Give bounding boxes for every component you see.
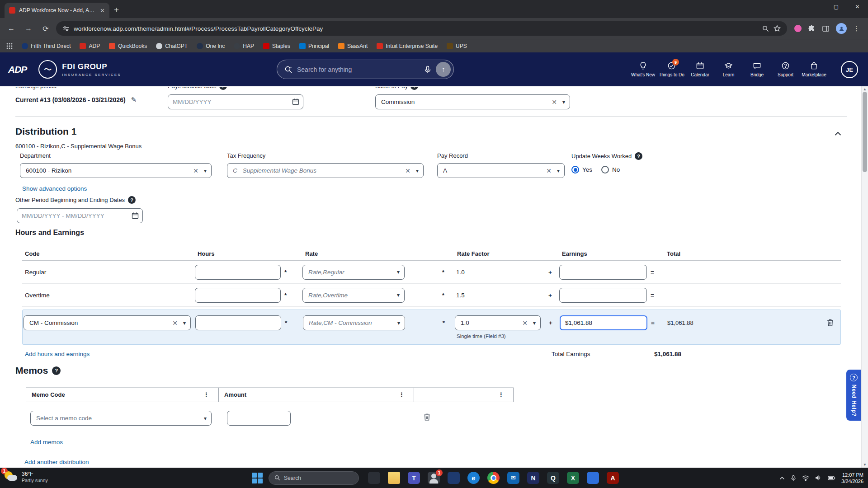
window-maximize-button[interactable]: ▢ <box>826 0 847 14</box>
help-icon[interactable]: ? <box>52 366 61 375</box>
regular-hours-input[interactable] <box>195 265 281 280</box>
taskbar-app-file-explorer[interactable] <box>388 472 400 484</box>
volume-icon[interactable] <box>815 475 822 481</box>
user-avatar[interactable]: JE <box>841 61 858 78</box>
microphone-icon[interactable] <box>424 66 431 74</box>
clear-icon[interactable]: ✕ <box>172 319 178 327</box>
global-search[interactable]: Search for anything ↑ <box>277 60 454 79</box>
bookmark-one-inc[interactable]: One Inc <box>197 43 225 49</box>
bookmark-fifth-third[interactable]: Fifth Third Direct <box>22 43 71 49</box>
pay-advance-date-input[interactable] <box>168 94 303 109</box>
forward-button[interactable]: → <box>22 22 35 35</box>
microphone-tray-icon[interactable] <box>791 475 796 481</box>
browser-tab[interactable]: ADP Workforce Now - Add, Ad… ✕ <box>5 3 109 18</box>
nav-calendar[interactable]: Calendar <box>686 61 714 77</box>
browser-profile-avatar[interactable] <box>836 23 847 34</box>
nav-learn[interactable]: Learn <box>714 61 743 77</box>
tab-close-icon[interactable]: ✕ <box>100 7 105 14</box>
zoom-search-icon[interactable] <box>762 25 769 32</box>
collapse-chevron-icon[interactable] <box>835 131 841 136</box>
hidden-icons-chevron[interactable] <box>779 476 785 480</box>
extension-icon-pink[interactable] <box>794 25 802 32</box>
bookmark-adp[interactable]: ADP <box>80 43 100 49</box>
taskbar-app-excel[interactable]: X <box>567 472 579 484</box>
memo-amount-input[interactable] <box>227 411 291 426</box>
delete-memo-icon[interactable] <box>423 413 431 421</box>
add-memos-link[interactable]: Add memos <box>30 439 63 446</box>
bookmark-chatgpt[interactable]: ChatGPT <box>156 43 188 49</box>
commission-code-select[interactable]: CM - Commission ✕ ▾ <box>24 315 191 330</box>
scroll-up-icon[interactable]: ▲ <box>863 87 867 91</box>
commission-hours-input[interactable] <box>195 315 281 330</box>
taskbar-app-5[interactable] <box>448 472 460 484</box>
start-button[interactable] <box>251 472 263 484</box>
edit-pencil-icon[interactable]: ✎ <box>131 96 137 104</box>
back-button[interactable]: ← <box>5 22 18 35</box>
clear-icon[interactable]: ✕ <box>546 167 552 174</box>
extensions-puzzle-icon[interactable] <box>808 25 816 33</box>
page-scrollbar[interactable]: ▲ ▼ <box>861 86 868 468</box>
commission-rate-factor-select[interactable]: 1.0 ✕ ▾ <box>455 315 541 330</box>
taskbar-app-outlook[interactable]: ✉ <box>507 472 519 484</box>
taskbar-clock[interactable]: 12:07 PM 3/24/2026 <box>841 472 863 484</box>
other-period-input[interactable] <box>17 208 143 223</box>
nav-whats-new[interactable]: What's New <box>629 61 657 77</box>
help-icon[interactable]: ? <box>410 87 418 90</box>
site-settings-icon[interactable] <box>62 25 69 32</box>
commission-earnings-input[interactable] <box>560 315 647 330</box>
calendar-icon[interactable] <box>132 212 139 219</box>
bookmark-principal[interactable]: Principal <box>299 43 329 49</box>
clear-icon[interactable]: ✕ <box>522 319 528 327</box>
show-advanced-options-link[interactable]: Show advanced options <box>22 185 87 192</box>
taskbar-app-quickbooks[interactable]: Q <box>547 472 559 484</box>
bookmark-hap[interactable]: HAP <box>234 43 254 49</box>
tax-frequency-select[interactable]: C - Supplemental Wage Bonus ✕ ▾ <box>227 163 424 178</box>
clear-icon[interactable]: ✕ <box>552 99 557 106</box>
overtime-rate-select[interactable]: Rate,Overtime ▾ <box>302 288 405 303</box>
apps-grid-icon[interactable] <box>6 43 13 49</box>
calendar-icon[interactable] <box>292 98 299 105</box>
overtime-earnings-input[interactable] <box>559 288 647 303</box>
need-help-tab[interactable]: ? Need Help? <box>846 370 861 421</box>
help-icon[interactable]: ? <box>128 196 136 204</box>
update-weeks-yes-radio[interactable]: Yes <box>571 166 592 174</box>
regular-earnings-input[interactable] <box>559 265 647 280</box>
wifi-icon[interactable] <box>802 475 809 481</box>
taskbar-app-1[interactable] <box>368 472 380 484</box>
scroll-down-icon[interactable]: ▼ <box>863 463 867 467</box>
nav-things-to-do[interactable]: 9 Things to Do <box>657 61 686 77</box>
nav-support[interactable]: Support <box>771 61 800 77</box>
scrollbar-thumb[interactable] <box>863 92 867 172</box>
delete-row-icon[interactable] <box>826 319 834 327</box>
new-tab-button[interactable]: + <box>114 5 119 15</box>
bookmark-star-icon[interactable] <box>774 25 781 32</box>
add-hours-earnings-link[interactable]: Add hours and earnings <box>25 351 90 357</box>
basis-of-pay-select[interactable]: Commission ✕ ▾ <box>375 94 570 109</box>
add-another-distribution-link[interactable]: Add another distribution <box>24 459 89 465</box>
pay-record-select[interactable]: A ✕ ▾ <box>437 163 565 178</box>
bookmark-staples[interactable]: Staples <box>263 43 290 49</box>
overtime-hours-input[interactable] <box>195 288 281 303</box>
column-menu-icon[interactable]: ⋮ <box>203 391 213 398</box>
weather-widget[interactable]: 1 36°F Partly sunny <box>4 469 48 484</box>
update-weeks-no-radio[interactable]: No <box>601 166 620 174</box>
search-submit-button[interactable]: ↑ <box>436 62 451 77</box>
taskbar-app-onenote[interactable]: N <box>527 472 539 484</box>
address-bar[interactable]: workforcenow.adp.com/theme/admin.html#/P… <box>56 21 787 36</box>
taskbar-app-chrome[interactable] <box>487 472 500 484</box>
memo-code-select[interactable]: Select a memo code ▾ <box>30 411 212 426</box>
clear-icon[interactable]: ✕ <box>405 167 410 174</box>
window-close-button[interactable]: ✕ <box>847 0 868 14</box>
browser-menu-icon[interactable]: ⋮ <box>853 24 860 33</box>
bookmark-quickbooks[interactable]: QuickBooks <box>109 43 147 49</box>
commission-rate-select[interactable]: Rate,CM - Commission ▾ <box>303 315 405 330</box>
nav-bridge[interactable]: Bridge <box>743 61 771 77</box>
bookmark-intuit[interactable]: Intuit Enterprise Suite <box>377 43 438 49</box>
taskbar-app-teams[interactable]: T <box>408 472 420 484</box>
help-icon[interactable]: ? <box>635 152 642 160</box>
bookmark-ups[interactable]: UPS <box>447 43 467 49</box>
taskbar-app-internet-explorer[interactable]: e <box>467 472 480 484</box>
column-menu-icon[interactable]: ⋮ <box>399 391 408 398</box>
nav-marketplace[interactable]: Marketplace <box>800 61 828 77</box>
column-menu-icon[interactable]: ⋮ <box>498 391 508 398</box>
